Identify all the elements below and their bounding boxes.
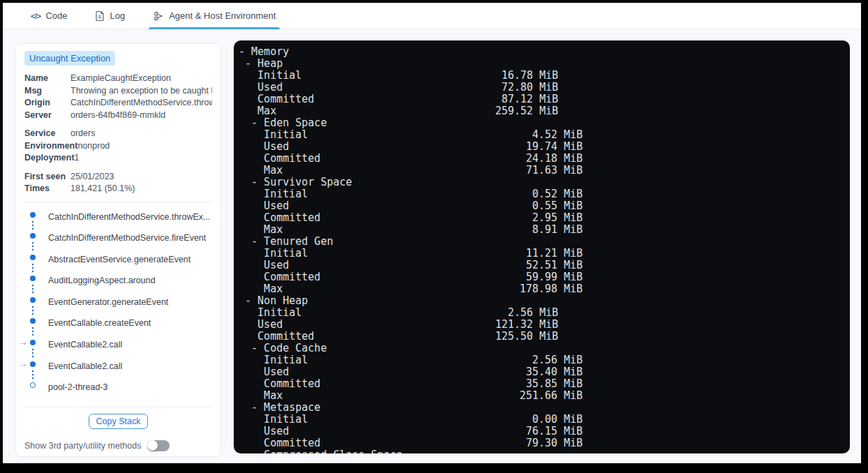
memory-line: - Survivor Space: [239, 177, 850, 188]
memory-line-value: 72.80 MiB: [239, 82, 558, 93]
dotted-connector: [31, 326, 34, 337]
memory-line: Used121.32 MiB: [239, 319, 850, 331]
copy-stack-button[interactable]: Copy Stack: [89, 414, 149, 429]
tab-agent-host-environment[interactable]: Agent & Host Environment: [151, 3, 277, 29]
memory-line: Committed79.30 MiB: [239, 437, 850, 449]
frame-dot-icon: [30, 297, 36, 303]
memory-line-text: - Eden Space: [251, 117, 327, 129]
log-icon: [95, 10, 105, 21]
dotted-connector: [31, 370, 34, 380]
memory-line: Used76.15 MiB: [239, 426, 850, 437]
memory-line-value: 16.78 MiB: [239, 70, 558, 82]
detail-row: Serviceorders: [24, 128, 212, 140]
memory-line-value: 0.52 MiB: [239, 188, 583, 200]
stack-item[interactable]: EventCallable.createEvent: [24, 316, 212, 338]
dotted-connector: [31, 306, 34, 316]
frame-dot-icon: [30, 340, 36, 345]
toggle-row: Show 3rd party/utility methods: [24, 440, 212, 451]
memory-line-value: 4.52 MiB: [239, 129, 583, 141]
detail-row: Times181,421 (50.1%): [24, 183, 212, 195]
exception-details: NameExampleCaughtExceptionMsgThrowing an…: [24, 73, 212, 195]
memory-line-value: 0.00 MiB: [239, 414, 583, 426]
thread-circle-icon: [30, 382, 36, 388]
tab-agent-label: Agent & Host Environment: [169, 10, 276, 21]
frame-dot-icon: [30, 233, 36, 239]
detail-value: 181,421 (50.1%): [70, 183, 135, 195]
memory-line: Initial2.56 MiB: [239, 354, 850, 366]
detail-value: 1: [75, 152, 80, 165]
dotted-connector: [31, 284, 34, 294]
code-icon: </>: [31, 12, 40, 20]
stack-item[interactable]: CatchInDifferentMethodService.fireEvent: [24, 231, 212, 253]
memory-line-text: - Metaspace: [251, 402, 320, 414]
stack-item[interactable]: AuditLoggingAspect.around: [24, 273, 212, 295]
memory-line-value: 0.55 MiB: [239, 200, 583, 212]
stack-item-label: EventGenerator.generateEvent: [48, 296, 168, 307]
memory-line: Initial11.21 MiB: [239, 248, 850, 260]
memory-line-text: - Survivor Space: [251, 177, 352, 188]
memory-line: Used19.74 MiB: [239, 141, 850, 153]
memory-line: Max178.98 MiB: [239, 283, 850, 295]
memory-line: Committed24.18 MiB: [239, 153, 850, 165]
memory-environment-panel[interactable]: - Memory- HeapInitial16.78 MiBUsed72.80 …: [234, 40, 850, 453]
stack-item-label: pool-2-thread-3: [48, 382, 107, 392]
detail-row: NameExampleCaughtException: [24, 73, 212, 85]
memory-line-value: 2.56 MiB: [239, 307, 558, 319]
memory-line: - Metaspace: [239, 402, 850, 414]
memory-line: Committed35.85 MiB: [239, 378, 850, 390]
frame-dot-icon: [30, 318, 36, 324]
memory-line-value: 8.91 MiB: [239, 224, 583, 236]
execution-arrow-icon: →: [18, 358, 28, 369]
memory-line: - Compressed Class Space: [239, 449, 850, 453]
memory-line: Initial4.52 MiB: [239, 129, 850, 141]
memory-line-value: 87.12 MiB: [239, 93, 558, 105]
stack-item[interactable]: EventGenerator.generateEvent: [24, 295, 212, 317]
stack-item[interactable]: CatchInDifferentMethodService.throwEx...: [24, 210, 212, 232]
toggle-label: Show 3rd party/utility methods: [24, 441, 141, 451]
memory-line-value: 71.63 MiB: [239, 165, 583, 177]
frame-dot-icon: [30, 255, 36, 260]
memory-line: Initial0.52 MiB: [239, 188, 850, 200]
detail-value: nonprod: [77, 140, 110, 153]
tab-log[interactable]: Log: [93, 3, 126, 29]
tab-code-label: Code: [45, 10, 67, 21]
detail-row: Deployment1: [24, 152, 212, 165]
memory-line: Committed2.95 MiB: [239, 212, 850, 224]
stack-item-label: EventCallable2.call: [48, 361, 122, 371]
detail-value: orders: [70, 128, 95, 140]
memory-line-text: - Compressed Class Space: [251, 449, 403, 453]
tab-log-label: Log: [110, 10, 125, 21]
memory-line: - Heap: [239, 58, 850, 70]
memory-line: Max251.66 MiB: [239, 390, 850, 402]
memory-line: Used0.55 MiB: [239, 200, 850, 212]
detail-row: MsgThrowing an exception to be caught by…: [24, 85, 212, 98]
show-3rd-party-toggle[interactable]: [147, 440, 170, 451]
dotted-connector: [31, 220, 34, 231]
stack-item[interactable]: AbstractEventService.generateEvent: [24, 253, 212, 274]
memory-line-value: 35.40 MiB: [239, 366, 583, 378]
stack-trace-list: CatchInDifferentMethodService.throwEx...…: [24, 210, 212, 402]
frame-dot-icon: [30, 276, 36, 281]
stack-item[interactable]: →EventCallable2.call: [24, 338, 212, 359]
memory-line-value: 178.98 MiB: [239, 283, 583, 295]
frame-dot-icon: [30, 361, 36, 367]
detail-label: Service: [24, 128, 70, 140]
memory-line-value: 2.56 MiB: [239, 354, 583, 366]
memory-line-text: - Non Heap: [245, 295, 308, 307]
memory-line: - Memory: [239, 46, 850, 58]
memory-line-value: 251.66 MiB: [239, 390, 583, 402]
frame-dot-icon: [30, 212, 36, 218]
detail-label: Server: [24, 110, 70, 122]
memory-line-value: 11.21 MiB: [239, 248, 583, 260]
detail-label: Origin: [24, 97, 70, 110]
stack-item[interactable]: →EventCallable2.call: [24, 359, 212, 381]
memory-line: Initial0.00 MiB: [239, 414, 850, 426]
memory-line-text: - Memory: [239, 46, 289, 58]
memory-line: - Non Heap: [239, 295, 850, 307]
tab-code[interactable]: </> Code: [29, 3, 68, 29]
memory-line: Max8.91 MiB: [239, 224, 850, 236]
detail-value: orders-64fb4f869-mmkld: [70, 110, 165, 122]
stack-item[interactable]: pool-2-thread-3: [24, 380, 212, 402]
memory-line-text: - Heap: [245, 58, 283, 70]
dotted-connector: [31, 348, 34, 359]
